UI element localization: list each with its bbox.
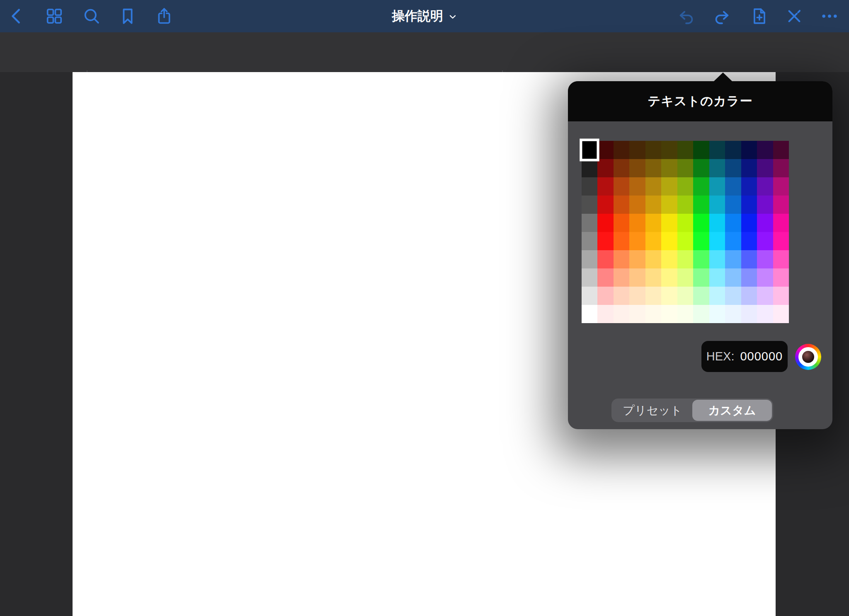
color-swatch[interactable] [582, 268, 597, 287]
color-swatch[interactable] [645, 141, 661, 159]
color-swatch[interactable] [741, 287, 757, 305]
color-swatch[interactable] [582, 232, 597, 250]
color-swatch[interactable] [661, 177, 677, 196]
color-swatch[interactable] [709, 141, 725, 159]
color-swatch[interactable] [645, 287, 661, 305]
color-swatch[interactable] [757, 232, 773, 250]
color-swatch[interactable] [661, 232, 677, 250]
color-swatch[interactable] [597, 196, 613, 214]
color-swatch[interactable] [677, 196, 693, 214]
color-swatch[interactable] [677, 159, 693, 177]
color-swatch[interactable] [773, 177, 789, 196]
color-swatch[interactable] [645, 214, 661, 232]
color-swatch[interactable] [645, 159, 661, 177]
color-swatch[interactable] [741, 159, 757, 177]
color-swatch[interactable] [645, 196, 661, 214]
color-swatch[interactable] [629, 232, 645, 250]
color-swatch[interactable] [741, 177, 757, 196]
color-swatch[interactable] [709, 250, 725, 268]
color-swatch[interactable] [773, 268, 789, 287]
color-swatch[interactable] [693, 177, 709, 196]
color-swatch[interactable] [693, 305, 709, 323]
color-swatch[interactable] [677, 305, 693, 323]
more-button[interactable] [819, 5, 840, 27]
color-swatch[interactable] [582, 250, 597, 268]
color-swatch[interactable] [773, 141, 789, 159]
color-swatch[interactable] [709, 159, 725, 177]
color-swatch[interactable] [597, 177, 613, 196]
add-page-button[interactable] [748, 5, 770, 27]
color-swatch[interactable] [661, 141, 677, 159]
color-swatch[interactable] [614, 250, 629, 268]
color-swatch[interactable] [582, 214, 597, 232]
color-swatch[interactable] [741, 232, 757, 250]
color-swatch[interactable] [629, 250, 645, 268]
color-swatch[interactable] [582, 196, 597, 214]
color-swatch[interactable] [725, 141, 741, 159]
color-swatch[interactable] [757, 214, 773, 232]
end-editing-button[interactable] [784, 5, 805, 27]
color-swatch[interactable] [614, 268, 629, 287]
color-swatch[interactable] [757, 305, 773, 323]
color-swatch[interactable] [597, 214, 613, 232]
color-swatch[interactable] [709, 214, 725, 232]
color-swatch[interactable] [597, 287, 613, 305]
color-swatch[interactable] [693, 159, 709, 177]
color-swatch[interactable] [725, 214, 741, 232]
color-swatch[interactable] [725, 177, 741, 196]
color-swatch[interactable] [597, 250, 613, 268]
color-swatch[interactable] [661, 305, 677, 323]
color-swatch[interactable] [629, 305, 645, 323]
color-swatch[interactable] [582, 177, 597, 196]
color-swatch[interactable] [629, 287, 645, 305]
color-swatch[interactable] [757, 250, 773, 268]
color-swatch[interactable] [614, 305, 629, 323]
color-swatch[interactable] [693, 141, 709, 159]
color-swatch[interactable] [677, 141, 693, 159]
color-swatch[interactable] [661, 268, 677, 287]
color-swatch[interactable] [645, 268, 661, 287]
color-swatch[interactable] [773, 287, 789, 305]
color-swatch[interactable] [773, 232, 789, 250]
color-wheel-button[interactable] [795, 344, 821, 370]
color-swatch[interactable] [773, 305, 789, 323]
color-swatch[interactable] [645, 177, 661, 196]
color-swatch[interactable] [614, 159, 629, 177]
color-swatch[interactable] [709, 305, 725, 323]
color-swatch[interactable] [693, 232, 709, 250]
color-swatch[interactable] [693, 214, 709, 232]
color-swatch[interactable] [629, 177, 645, 196]
color-swatch[interactable] [597, 305, 613, 323]
color-swatch[interactable] [741, 141, 757, 159]
color-swatch[interactable] [629, 196, 645, 214]
color-swatch[interactable] [677, 268, 693, 287]
tab-custom[interactable]: カスタム [692, 400, 772, 421]
color-swatch[interactable] [757, 141, 773, 159]
color-swatch[interactable] [661, 159, 677, 177]
color-swatch[interactable] [614, 287, 629, 305]
color-swatch[interactable] [614, 214, 629, 232]
color-swatch[interactable] [661, 214, 677, 232]
redo-button[interactable] [711, 5, 733, 27]
color-swatch[interactable] [582, 159, 597, 177]
color-swatch[interactable] [725, 268, 741, 287]
color-swatch[interactable] [597, 141, 613, 159]
color-swatch[interactable] [645, 250, 661, 268]
undo-button[interactable] [676, 5, 697, 27]
color-swatch[interactable] [741, 250, 757, 268]
color-swatch[interactable] [597, 268, 613, 287]
color-swatch[interactable] [614, 177, 629, 196]
color-swatch[interactable] [709, 232, 725, 250]
color-swatch[interactable] [629, 214, 645, 232]
color-swatch[interactable] [580, 139, 599, 162]
color-swatch[interactable] [677, 214, 693, 232]
color-swatch[interactable] [693, 268, 709, 287]
color-swatch[interactable] [725, 305, 741, 323]
color-swatch[interactable] [645, 232, 661, 250]
color-swatch[interactable] [741, 196, 757, 214]
color-swatch[interactable] [614, 196, 629, 214]
color-swatch[interactable] [645, 305, 661, 323]
color-swatch[interactable] [693, 287, 709, 305]
color-swatch[interactable] [629, 141, 645, 159]
color-swatch[interactable] [677, 250, 693, 268]
